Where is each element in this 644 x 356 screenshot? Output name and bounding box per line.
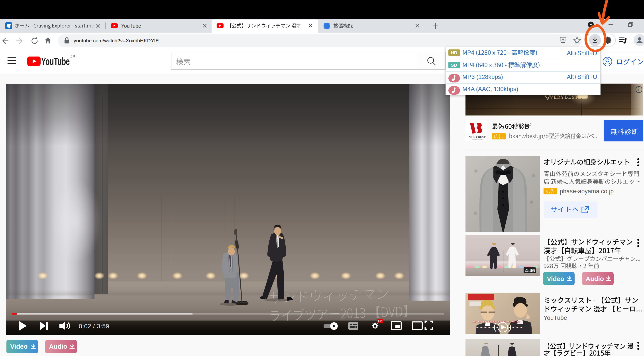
svg-text:(: ( (494, 322, 496, 332)
svg-text:): ) (508, 322, 512, 332)
